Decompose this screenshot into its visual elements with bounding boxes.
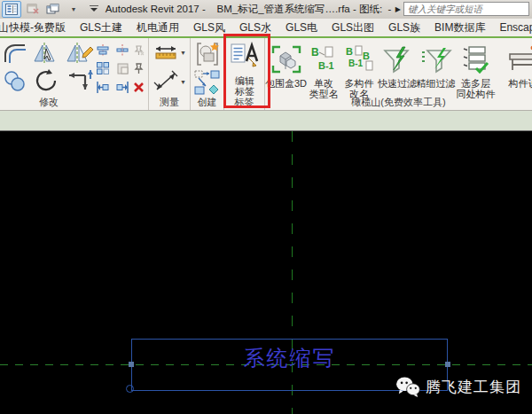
panel-modify: 修改 [0, 38, 149, 110]
tab-bim-shujuku[interactable]: BIM数据库 [427, 19, 492, 37]
search-arrow-icon[interactable]: ▶ [395, 5, 401, 13]
mirror-pick-axis-button[interactable] [33, 42, 59, 65]
titlebar: ▼ Autodesk Revit 2017 - BM_标记_管道系统缩写….rf… [0, 0, 532, 20]
panel-tag: 编辑 标签 标签 [224, 38, 265, 110]
rename-multi-label1: 多构件 [345, 78, 374, 89]
svg-text:B-1: B-1 [318, 60, 334, 71]
align-right-button[interactable] [115, 80, 129, 94]
panel-tag-label[interactable]: 标签 [224, 96, 264, 109]
split-icon [116, 44, 129, 56]
rotate-icon [34, 68, 59, 93]
svg-text:B: B [346, 46, 353, 57]
rotate-button[interactable] [34, 68, 59, 93]
offset-icon [4, 43, 27, 64]
align-button[interactable] [96, 43, 110, 57]
scale-icon [117, 63, 129, 74]
quick-filter-label: 快速过滤 [378, 78, 417, 89]
fine-filter-icon [420, 45, 452, 74]
watermark: 腾飞建工集团 [395, 376, 521, 397]
unpin-icon [133, 44, 145, 56]
create-similar-button[interactable] [194, 70, 221, 95]
unpin-button[interactable] [131, 43, 145, 57]
multi-layer-label1: 选多层 [461, 78, 490, 89]
tab-gls-chutu[interactable]: GLS出图 [325, 19, 381, 37]
drawing-canvas[interactable]: 系统缩写 腾飞建工集团 [0, 131, 532, 414]
measure-dropdown2-icon[interactable]: ▼ [180, 79, 186, 85]
scale-button[interactable] [115, 61, 129, 75]
tab-shankuaimo[interactable]: 山快模-免费版 [0, 19, 73, 37]
bounding-box-3d-button[interactable]: 包围盒3D [265, 41, 307, 99]
align-left-icon [97, 82, 109, 93]
window-title: Autodesk Revit 2017 - BM_标记_管道系统缩写….rfa … [98, 3, 399, 16]
bbox3d-label: 包围盒3D [265, 78, 307, 89]
panel-measure-label[interactable]: 测量 [149, 96, 190, 109]
tab-gls-tujian[interactable]: GLS土建 [73, 19, 129, 37]
svg-text:B-1: B-1 [348, 59, 364, 68]
fine-filter-button[interactable]: 精细过滤 [417, 41, 455, 99]
component-note-label: 构件说 [509, 78, 532, 89]
multi-layer-select-button[interactable]: 选多层 同处构件 [455, 41, 497, 99]
rename-type-single-button[interactable]: BB-1 单改 类型名 [307, 41, 340, 99]
array-button[interactable] [96, 61, 110, 75]
rename-multi-button[interactable]: BB-1B 多构件 改名 [340, 41, 378, 99]
copy-button[interactable] [4, 70, 27, 91]
panel-olive: 包围盒3D BB-1 单改 类型名 BB-1B 多构件 改名 [265, 38, 532, 110]
tab-jidian-tongyong[interactable]: 机电通用 [129, 19, 186, 37]
measure-along-element-button[interactable]: ▼ [153, 70, 186, 93]
ribbon: 修改 ▼ ▼ 测量 创建 [0, 38, 532, 110]
copy-icon [4, 70, 27, 91]
ribbon-tabs: 山快模-免费版 GLS土建 机电通用 GLS风 GLS水 GLS电 GLS出图 … [0, 19, 532, 38]
trim-corner-button[interactable] [67, 68, 94, 93]
delete-button[interactable] [131, 80, 145, 94]
tab-gls-zu[interactable]: GLS族 [381, 19, 427, 37]
wechat-icon [395, 376, 420, 397]
fine-filter-label: 精细过滤 [417, 78, 456, 89]
panel-create-label[interactable]: 创建 [191, 96, 223, 109]
search-input[interactable] [403, 2, 529, 16]
tab-enscape[interactable]: Enscape™ [492, 20, 532, 35]
align-left-button[interactable] [96, 80, 110, 94]
type-properties-icon[interactable] [2, 1, 21, 18]
pin-icon [134, 63, 144, 74]
delete-icon [133, 82, 145, 93]
tab-gls-shui[interactable]: GLS水 [232, 19, 278, 37]
svg-text:B: B [363, 51, 370, 61]
create-group-button[interactable] [195, 42, 220, 66]
measure-diagonal-icon [153, 70, 178, 93]
offset-button[interactable] [4, 43, 27, 64]
multi-layer-select-icon [462, 45, 490, 74]
rename-single-label1: 单改 [314, 78, 333, 89]
bounding-box-3d-icon [271, 45, 301, 74]
create-group-icon [195, 42, 220, 66]
split-button[interactable] [115, 43, 129, 57]
measure-between-refs-button[interactable]: ▼ [153, 43, 186, 61]
help-search: ▶ [395, 2, 529, 16]
rotation-handle[interactable] [126, 385, 134, 393]
create-similar-icon [194, 70, 221, 95]
pin-button[interactable] [131, 61, 145, 75]
component-note-button[interactable]: 构件说 [497, 41, 532, 99]
switch-windows-dropdown-icon[interactable]: ▼ [65, 2, 82, 17]
close-hidden-windows-icon[interactable] [24, 2, 42, 17]
panel-olive-label[interactable]: 橄榄山(免费效率工具) [265, 96, 532, 109]
mirror-draw-axis-button[interactable] [66, 42, 94, 65]
measure-dropdown-icon[interactable]: ▼ [180, 50, 186, 56]
align-right-icon [116, 82, 129, 93]
switch-windows-icon[interactable] [44, 2, 62, 17]
quick-access-toolbar: ▼ [0, 1, 103, 18]
tab-gls-dian[interactable]: GLS电 [278, 19, 325, 37]
options-bar [0, 110, 532, 131]
mirror-draw-axis-icon [66, 42, 94, 65]
edit-tag-button[interactable]: 编辑 标签 [231, 42, 259, 97]
rename-multi-icon: BB-1B [345, 45, 373, 74]
panel-modify-label[interactable]: 修改 [0, 96, 98, 109]
revit-window: ▼ Autodesk Revit 2017 - BM_标记_管道系统缩写….rf… [0, 0, 532, 414]
rename-type-single-icon: BB-1 [310, 45, 337, 74]
measure-horizontal-icon [153, 43, 178, 61]
trim-corner-icon [67, 68, 94, 93]
quick-filter-icon [381, 45, 413, 74]
tag-label-text[interactable]: 系统缩写 [131, 344, 448, 372]
component-note-icon [506, 45, 532, 74]
tab-gls-feng[interactable]: GLS风 [186, 19, 232, 37]
quick-filter-button[interactable]: 快速过滤 [378, 41, 417, 99]
